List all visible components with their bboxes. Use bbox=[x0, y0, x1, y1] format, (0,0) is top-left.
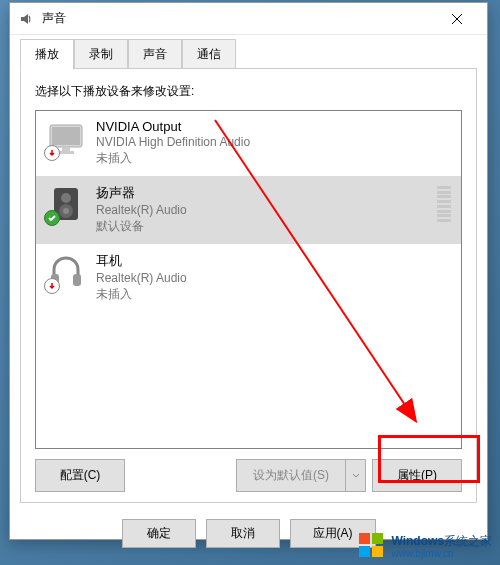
tab-label: 录制 bbox=[89, 47, 113, 61]
default-badge-icon bbox=[44, 210, 60, 226]
level-meter bbox=[437, 184, 451, 224]
device-info: 扬声器 Realtek(R) Audio 默认设备 bbox=[96, 184, 427, 235]
tab-label: 声音 bbox=[143, 47, 167, 61]
device-list[interactable]: NVIDIA Output NVIDIA High Definition Aud… bbox=[35, 110, 462, 449]
ok-button[interactable]: 确定 bbox=[122, 519, 196, 548]
speaker-icon bbox=[46, 184, 86, 224]
set-default-dropdown[interactable] bbox=[346, 459, 366, 492]
unplugged-badge-icon bbox=[44, 145, 60, 161]
tab-communications[interactable]: 通信 bbox=[182, 39, 236, 69]
device-sub: NVIDIA High Definition Audio bbox=[96, 135, 451, 149]
device-sub: Realtek(R) Audio bbox=[96, 203, 427, 217]
device-item-nvidia[interactable]: NVIDIA Output NVIDIA High Definition Aud… bbox=[36, 111, 461, 176]
svg-rect-11 bbox=[359, 533, 370, 544]
instruction-text: 选择以下播放设备来修改设置: bbox=[35, 83, 462, 100]
device-name: 扬声器 bbox=[96, 184, 427, 202]
svg-rect-12 bbox=[372, 533, 383, 544]
tab-label: 通信 bbox=[197, 47, 221, 61]
panel-button-row: 配置(C) 设为默认值(S) 属性(P) bbox=[35, 459, 462, 492]
device-sub: Realtek(R) Audio bbox=[96, 271, 451, 285]
device-info: 耳机 Realtek(R) Audio 未插入 bbox=[96, 252, 451, 303]
configure-button[interactable]: 配置(C) bbox=[35, 459, 125, 492]
watermark: Windows系统之家 www.bjlmw.cn bbox=[357, 531, 492, 559]
tab-bar: 播放 录制 声音 通信 bbox=[10, 35, 487, 69]
playback-panel: 选择以下播放设备来修改设置: NVIDIA Output bbox=[20, 69, 477, 503]
device-status: 未插入 bbox=[96, 150, 451, 167]
device-status: 默认设备 bbox=[96, 218, 427, 235]
device-info: NVIDIA Output NVIDIA High Definition Aud… bbox=[96, 119, 451, 167]
cancel-button[interactable]: 取消 bbox=[206, 519, 280, 548]
svg-rect-13 bbox=[359, 546, 370, 557]
sound-dialog: 声音 播放 录制 声音 通信 选择以下播放设备来修改设置: bbox=[9, 2, 488, 540]
svg-rect-2 bbox=[62, 147, 70, 151]
device-item-speaker[interactable]: 扬声器 Realtek(R) Audio 默认设备 bbox=[36, 176, 461, 244]
windows-logo-icon bbox=[357, 531, 385, 559]
device-name: 耳机 bbox=[96, 252, 451, 270]
svg-point-7 bbox=[63, 208, 69, 214]
volume-icon bbox=[18, 11, 34, 27]
svg-rect-14 bbox=[372, 546, 383, 557]
tab-sounds[interactable]: 声音 bbox=[128, 39, 182, 69]
monitor-icon bbox=[46, 119, 86, 159]
tab-playback[interactable]: 播放 bbox=[20, 39, 74, 70]
device-status: 未插入 bbox=[96, 286, 451, 303]
tab-label: 播放 bbox=[35, 47, 59, 61]
svg-rect-9 bbox=[73, 274, 81, 286]
tab-recording[interactable]: 录制 bbox=[74, 39, 128, 69]
svg-rect-1 bbox=[52, 127, 80, 145]
set-default-button[interactable]: 设为默认值(S) bbox=[236, 459, 346, 492]
close-button[interactable] bbox=[435, 4, 479, 34]
chevron-down-icon bbox=[352, 473, 360, 479]
unplugged-badge-icon bbox=[44, 278, 60, 294]
headphones-icon bbox=[46, 252, 86, 292]
device-name: NVIDIA Output bbox=[96, 119, 451, 134]
close-icon bbox=[451, 13, 463, 25]
device-item-headphones[interactable]: 耳机 Realtek(R) Audio 未插入 bbox=[36, 244, 461, 312]
titlebar: 声音 bbox=[10, 3, 487, 35]
svg-point-5 bbox=[61, 193, 71, 203]
svg-rect-3 bbox=[58, 151, 74, 154]
right-button-group: 设为默认值(S) 属性(P) bbox=[236, 459, 462, 492]
properties-button[interactable]: 属性(P) bbox=[372, 459, 462, 492]
window-title: 声音 bbox=[42, 10, 435, 27]
